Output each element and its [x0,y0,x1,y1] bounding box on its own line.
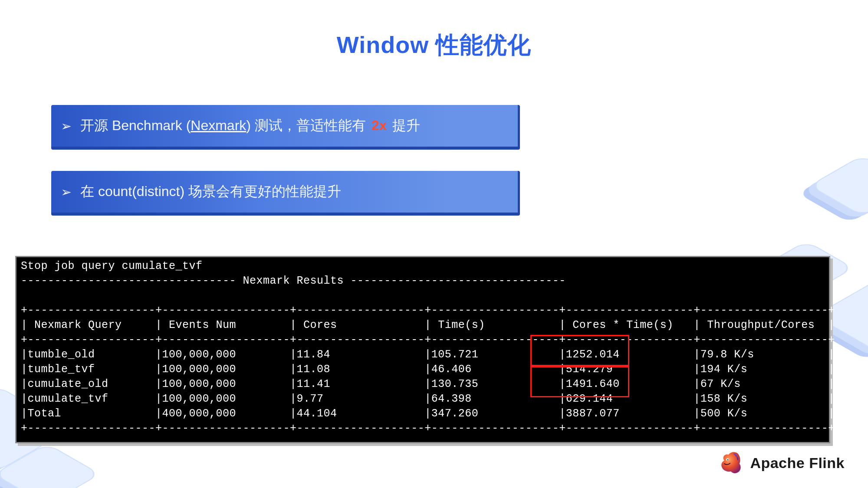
terminal-output: Stop job query cumulate_tvf ------------… [15,256,830,443]
svg-point-1 [727,459,729,460]
terminal-row: |tumble_tvf |100,000,000 |11.08 |46.406 … [21,362,825,377]
bullet-arrow-icon: ➢ [61,184,72,200]
terminal-row: |cumulate_old |100,000,000 |11.41 |130.7… [21,377,825,392]
terminal-row: |cumulate_tvf |100,000,000 |9.77 |64.398… [21,392,825,406]
bullet-arrow-icon: ➢ [61,118,72,134]
terminal-columns: | Nexmark Query | Events Num | Cores | T… [21,318,825,333]
terminal-divider: +-------------------+-------------------… [21,303,825,318]
bullet-count-distinct-text: 在 count(distinct) 场景会有更好的性能提升 [80,182,341,201]
terminal-divider: +-------------------+-------------------… [21,333,825,347]
bullet-count-distinct: ➢ 在 count(distinct) 场景会有更好的性能提升 [51,171,520,216]
flink-logo-icon [718,450,744,476]
footer-brand: Apache Flink [718,450,845,476]
nexmark-link[interactable]: Nexmark [191,118,246,133]
terminal-divider: +-------------------+-------------------… [21,421,825,436]
terminal-line-header: -------------------------------- Nexmark… [21,274,825,288]
brand-text: Apache Flink [750,455,845,472]
terminal-line-stop: Stop job query cumulate_tvf [21,259,825,274]
slide-title: Window 性能优化 [0,29,868,61]
bullet-benchmark-text: 开源 Benchmark (Nexmark) 测试，普适性能有 2x 提升 [80,116,420,135]
terminal-row: |Total |400,000,000 |44.104 |347.260 |38… [21,406,825,421]
terminal-line-blank [21,288,825,303]
multiplier-2x: 2x [370,118,389,133]
terminal-row: |tumble_old |100,000,000 |11.84 |105.721… [21,347,825,362]
bullet-benchmark: ➢ 开源 Benchmark (Nexmark) 测试，普适性能有 2x 提升 [51,105,520,150]
